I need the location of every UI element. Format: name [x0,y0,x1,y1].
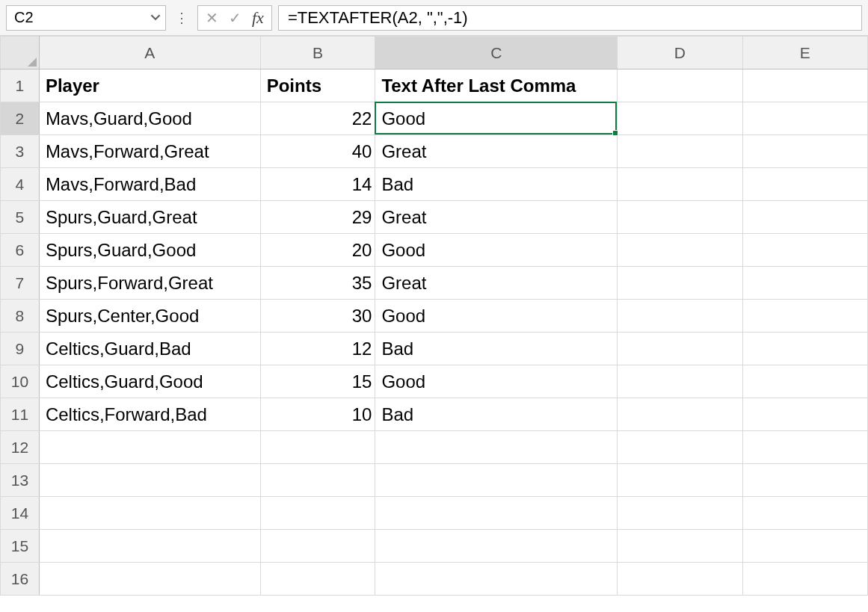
chevron-down-icon[interactable] [150,9,161,26]
row-header[interactable]: 7 [1,267,40,300]
cell-C7[interactable]: Great [375,267,618,300]
cell-B1[interactable]: Points [260,69,375,102]
row-header[interactable]: 8 [1,300,40,333]
cell[interactable] [39,530,260,563]
cell-A6[interactable]: Spurs,Guard,Good [39,234,260,267]
cell-B4[interactable]: 14 [260,168,375,201]
cell-E8[interactable] [742,300,867,333]
cell[interactable] [375,431,618,464]
row-header[interactable]: 4 [1,168,40,201]
cell-A1[interactable]: Player [39,69,260,102]
row-header[interactable]: 11 [1,398,40,431]
cell-C8[interactable]: Good [375,300,618,333]
cell[interactable] [39,464,260,497]
row-header[interactable]: 5 [1,201,40,234]
cell-D3[interactable] [618,135,742,168]
cell-B3[interactable]: 40 [260,135,375,168]
cell-D4[interactable] [618,168,742,201]
row-header[interactable]: 2 [1,102,40,135]
formula-input[interactable]: =TEXTAFTER(A2, ",",-1) [278,5,862,31]
fx-icon[interactable]: fx [252,8,264,28]
column-header-E[interactable]: E [742,37,867,69]
row-header[interactable]: 16 [1,563,40,596]
cell-B7[interactable]: 35 [260,267,375,300]
cell-E9[interactable] [742,333,867,365]
cell-D7[interactable] [618,267,742,300]
cell-B10[interactable]: 15 [260,365,375,398]
cell-C9[interactable]: Bad [375,333,618,365]
cell[interactable] [260,431,375,464]
cell-D6[interactable] [618,234,742,267]
cell-C1[interactable]: Text After Last Comma [375,69,618,102]
cell[interactable] [375,464,618,497]
cell[interactable] [375,497,618,530]
cell-E2[interactable] [742,102,867,135]
cell-A2[interactable]: Mavs,Guard,Good [39,102,260,135]
cell[interactable] [742,464,867,497]
cell-C4[interactable]: Bad [375,168,618,201]
cell-A11[interactable]: Celtics,Forward,Bad [39,398,260,431]
column-header-C[interactable]: C [375,37,618,69]
cell-C3[interactable]: Great [375,135,618,168]
cell-B11[interactable]: 10 [260,398,375,431]
cell-C6[interactable]: Good [375,234,618,267]
cell-B8[interactable]: 30 [260,300,375,333]
cell-B9[interactable]: 12 [260,333,375,365]
row-header[interactable]: 13 [1,464,40,497]
row-header[interactable]: 3 [1,135,40,168]
cell[interactable] [618,431,742,464]
column-header-A[interactable]: A [39,37,260,69]
cell-E10[interactable] [742,365,867,398]
cell[interactable] [260,530,375,563]
cell-D11[interactable] [618,398,742,431]
cell-A4[interactable]: Mavs,Forward,Bad [39,168,260,201]
cell-D1[interactable] [618,69,742,102]
cell[interactable] [742,563,867,596]
cell-E4[interactable] [742,168,867,201]
cell[interactable] [618,497,742,530]
cancel-icon[interactable]: ✕ [206,9,218,27]
column-header-D[interactable]: D [618,37,742,69]
cell-A7[interactable]: Spurs,Forward,Great [39,267,260,300]
cell[interactable] [618,530,742,563]
cell[interactable] [39,563,260,596]
cell[interactable] [260,464,375,497]
row-header[interactable]: 6 [1,234,40,267]
cell-B5[interactable]: 29 [260,201,375,234]
cell-E5[interactable] [742,201,867,234]
column-header-B[interactable]: B [260,37,375,69]
cell-E1[interactable] [742,69,867,102]
spreadsheet-grid[interactable]: A B C D E 1 Player Points Text After Las… [0,36,868,596]
cell[interactable] [375,563,618,596]
cell[interactable] [260,497,375,530]
cell-E3[interactable] [742,135,867,168]
cell[interactable] [742,497,867,530]
cell-D10[interactable] [618,365,742,398]
cell[interactable] [39,431,260,464]
row-header[interactable]: 10 [1,365,40,398]
cell[interactable] [618,464,742,497]
cell[interactable] [742,530,867,563]
cell-A5[interactable]: Spurs,Guard,Great [39,201,260,234]
cell-E7[interactable] [742,267,867,300]
name-box[interactable]: C2 [6,5,166,31]
cell-D8[interactable] [618,300,742,333]
row-header[interactable]: 14 [1,497,40,530]
cell[interactable] [260,563,375,596]
cell-C5[interactable]: Great [375,201,618,234]
row-header[interactable]: 1 [1,69,40,102]
cell-E11[interactable] [742,398,867,431]
row-header[interactable]: 12 [1,431,40,464]
cell[interactable] [39,497,260,530]
accept-icon[interactable]: ✓ [229,9,241,27]
cell-B6[interactable]: 20 [260,234,375,267]
cell-A10[interactable]: Celtics,Guard,Good [39,365,260,398]
cell-A3[interactable]: Mavs,Forward,Great [39,135,260,168]
cell-A9[interactable]: Celtics,Guard,Bad [39,333,260,365]
cell[interactable] [618,563,742,596]
cell[interactable] [742,431,867,464]
cell-A8[interactable]: Spurs,Center,Good [39,300,260,333]
row-header[interactable]: 15 [1,530,40,563]
cell-C11[interactable]: Bad [375,398,618,431]
cell-D2[interactable] [618,102,742,135]
